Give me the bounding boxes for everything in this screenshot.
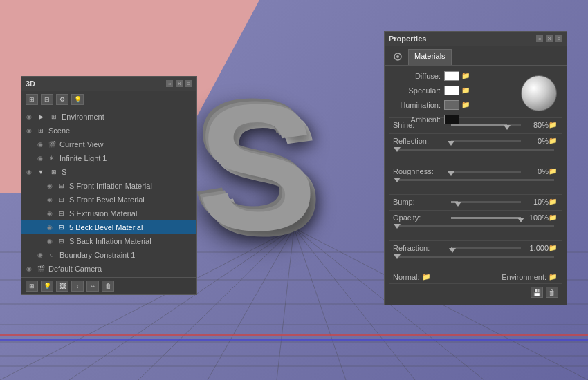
prop-delete-btn[interactable]: 🗑 bbox=[546, 287, 558, 298]
orient-h-btn[interactable]: ↔ bbox=[86, 281, 99, 292]
add-object-btn[interactable]: ⊞ bbox=[26, 281, 38, 292]
eye-environment[interactable]: ◉ bbox=[24, 112, 34, 122]
label-s-front-inflation: S Front Inflation Material bbox=[69, 182, 194, 190]
prop-close[interactable]: ✕ bbox=[546, 35, 553, 42]
list-item-default-camera[interactable]: ◉ 🎬 Default Camera bbox=[21, 262, 196, 276]
label-s-back-inflation: S Back Inflation Material bbox=[69, 237, 194, 245]
prop-title: Properties bbox=[389, 35, 426, 43]
prop-collapse[interactable]: « bbox=[536, 35, 543, 42]
slider-fill-shine bbox=[451, 124, 507, 126]
mat-swatch-ambient[interactable] bbox=[444, 115, 459, 124]
list-item-s[interactable]: ◉ ▼ ⊞ S bbox=[21, 165, 196, 179]
eye-infinite-light-1[interactable]: ◉ bbox=[35, 153, 45, 163]
type-s-front-bevel: ⊟ bbox=[56, 195, 67, 205]
slider-thumb-full-opacity bbox=[394, 224, 401, 229]
slider-row-bump: Bump: 10% 📁 bbox=[393, 198, 558, 206]
slider-track-full-roughness[interactable] bbox=[397, 179, 554, 181]
slider-track-full-refraction[interactable] bbox=[397, 256, 554, 258]
label-environment: Environment bbox=[62, 113, 194, 121]
slider-folder-opacity[interactable]: 📁 bbox=[549, 213, 558, 222]
slider-track-reflection[interactable] bbox=[451, 140, 521, 142]
eye-s-back-bevel[interactable]: ◉ bbox=[45, 222, 55, 232]
eye-current-view[interactable]: ◉ bbox=[35, 140, 45, 149]
render-btn[interactable]: 🖼 bbox=[56, 281, 68, 292]
panel-3d-toolbar: ⊞ ⊟ ⚙ 💡 bbox=[21, 91, 196, 108]
eye-default-camera[interactable]: ◉ bbox=[24, 264, 34, 274]
slider-fill-opacity bbox=[451, 217, 521, 219]
mat-swatch-specular[interactable] bbox=[444, 86, 459, 95]
normal-folder[interactable]: 📁 bbox=[422, 273, 432, 281]
prop-menu[interactable]: ≡ bbox=[555, 35, 562, 42]
slider-track-full-reflection[interactable] bbox=[397, 149, 554, 151]
list-item-s-back-inflation[interactable]: ◉ ⊟ S Back Inflation Material bbox=[21, 234, 196, 248]
prop-header: Properties « ✕ ≡ bbox=[385, 32, 567, 46]
list-item-s-front-inflation[interactable]: ◉ ⊟ S Front Inflation Material bbox=[21, 179, 196, 193]
type-infinite-light-1: ✳ bbox=[46, 153, 57, 163]
mat-folder-illumination[interactable]: 📁 bbox=[461, 101, 471, 109]
panel-3d-menu[interactable]: ≡ bbox=[185, 80, 192, 87]
label-default-camera: Default Camera bbox=[48, 265, 194, 273]
eye-scene[interactable]: ◉ bbox=[24, 126, 34, 135]
slider-track-opacity[interactable] bbox=[451, 217, 521, 219]
icon-environment: ▶ bbox=[35, 112, 46, 122]
slider-thumb-opacity bbox=[517, 218, 524, 222]
prop-section-refraction: Refraction: 1.000 📁 bbox=[389, 240, 562, 271]
environment-folder[interactable]: 📁 bbox=[549, 273, 558, 281]
list-item-s-extrusion[interactable]: ◉ ⊟ S Extrusion Material bbox=[21, 207, 196, 220]
svg-point-19 bbox=[396, 55, 399, 58]
slider-folder-roughness[interactable]: 📁 bbox=[549, 167, 558, 175]
slider-track-refraction[interactable] bbox=[451, 247, 521, 249]
slider-track-full-opacity[interactable] bbox=[397, 225, 554, 227]
tab-materials[interactable]: Materials bbox=[408, 49, 452, 65]
list-item-s-front-bevel[interactable]: ◉ ⊟ S Front Bevel Material bbox=[21, 193, 196, 207]
panel-3d-title: 3D bbox=[26, 79, 35, 88]
slider-folder-bump[interactable]: 📁 bbox=[549, 198, 558, 206]
delete-btn[interactable]: 🗑 bbox=[102, 281, 114, 292]
slider-thumb-full-roughness bbox=[394, 178, 401, 182]
tab-icon[interactable] bbox=[389, 49, 407, 65]
eye-s-extrusion[interactable]: ◉ bbox=[45, 209, 55, 218]
label-s-front-bevel: S Front Bevel Material bbox=[69, 196, 194, 204]
panel-3d-close[interactable]: ✕ bbox=[176, 80, 183, 87]
list-item-infinite-light-1[interactable]: ◉ ✳ Infinite Light 1 bbox=[21, 151, 196, 165]
type-s-back-inflation: ⊟ bbox=[56, 236, 67, 246]
list-item-environment[interactable]: ◉ ▶ ⊞ Environment bbox=[21, 110, 196, 124]
orient-v-btn[interactable]: ↕ bbox=[71, 281, 84, 292]
mat-swatch-illumination[interactable] bbox=[444, 100, 459, 110]
slider-folder-refraction[interactable]: 📁 bbox=[549, 244, 558, 252]
list-item-boundary-constraint[interactable]: ◉ ○ Boundary Constraint 1 bbox=[21, 248, 196, 262]
mat-folder-diffuse[interactable]: 📁 bbox=[461, 72, 471, 80]
mat-label-diffuse: Diffuse: bbox=[389, 72, 444, 80]
mat-sphere-preview bbox=[521, 75, 557, 111]
eye-s[interactable]: ◉ bbox=[24, 167, 34, 177]
eye-s-front-inflation[interactable]: ◉ bbox=[45, 181, 55, 191]
prop-save-btn[interactable]: 💾 bbox=[531, 287, 543, 298]
slider-track-shine[interactable] bbox=[451, 124, 521, 126]
label-current-view: Current View bbox=[59, 140, 194, 149]
expand-s: ▼ bbox=[35, 167, 46, 177]
add-light-btn[interactable]: 💡 bbox=[41, 281, 53, 292]
type-s: ⊞ bbox=[48, 167, 59, 177]
mat-label-illumination: Illumination: bbox=[389, 101, 444, 109]
slider-track-bump[interactable] bbox=[451, 201, 521, 203]
eye-s-front-bevel[interactable]: ◉ bbox=[45, 195, 55, 205]
eye-boundary-constraint[interactable]: ◉ bbox=[35, 250, 45, 260]
mat-swatch-diffuse[interactable] bbox=[444, 71, 459, 81]
mat-folder-specular[interactable]: 📁 bbox=[461, 86, 471, 95]
label-infinite-light-1: Infinite Light 1 bbox=[59, 154, 194, 162]
panel-3d-collapse[interactable]: « bbox=[166, 80, 173, 87]
mesh-icon[interactable]: ⊟ bbox=[41, 94, 53, 105]
list-item-current-view[interactable]: ◉ 🎬 Current View bbox=[21, 137, 196, 151]
list-item-s-back-bevel[interactable]: ◉ ⊟ 5 Beck Bevel Material bbox=[21, 220, 196, 234]
slider-track-roughness[interactable] bbox=[451, 171, 521, 173]
list-item-scene[interactable]: ◉ ⊞ Scene bbox=[21, 124, 196, 137]
slider-label-refraction: Refraction: bbox=[393, 244, 448, 252]
eye-s-back-inflation[interactable]: ◉ bbox=[45, 236, 55, 246]
3d-s-letter: S bbox=[187, 69, 339, 276]
slider-folder-reflection[interactable]: 📁 bbox=[549, 137, 558, 145]
mat-label-ambient: Ambient: bbox=[389, 115, 444, 124]
scene-icon[interactable]: ⊞ bbox=[26, 94, 38, 105]
type-s-front-inflation: ⊟ bbox=[56, 181, 67, 191]
light-icon[interactable]: 💡 bbox=[71, 94, 84, 105]
settings-icon[interactable]: ⚙ bbox=[56, 94, 68, 105]
